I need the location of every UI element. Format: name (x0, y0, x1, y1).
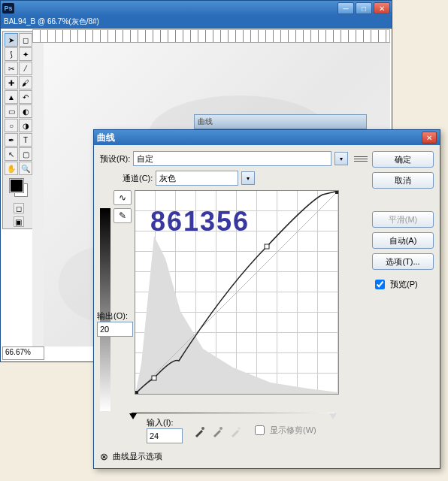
dialog-close-button[interactable]: ✕ (422, 132, 437, 144)
options-button[interactable]: 选项(T)... (372, 253, 434, 270)
wand-tool[interactable]: ✦ (19, 47, 32, 61)
show-clip-checkbox[interactable] (255, 425, 265, 435)
stamp-tool[interactable]: ▲ (5, 90, 18, 104)
dialog-title: 曲线 (97, 132, 422, 144)
svg-point-8 (201, 427, 204, 430)
document-tab-text: BAL94_B @ 66.7%(灰色/8#) (4, 17, 99, 27)
channel-label: 通道(C): (123, 173, 153, 184)
shape-tool[interactable]: ▢ (19, 147, 32, 161)
pencil-mode-button[interactable]: ✎ (114, 208, 132, 223)
dialog-titlebar[interactable]: 曲线 ✕ (94, 130, 440, 145)
preset-menu-icon[interactable] (354, 153, 368, 164)
ghost-dialog-titlebar: 曲线 (194, 114, 367, 129)
preview-label: 预览(P) (390, 279, 418, 290)
curve-grid[interactable] (135, 190, 339, 395)
expand-label: 曲线显示选项 (113, 451, 162, 462)
eraser-tool[interactable]: ▭ (5, 104, 18, 118)
preview-checkbox[interactable] (375, 280, 385, 289)
curve-line[interactable] (135, 191, 338, 394)
marquee-tool[interactable]: ◻ (19, 33, 32, 47)
path-tool[interactable]: ↖ (5, 147, 18, 161)
preset-combo[interactable]: 自定 (133, 151, 331, 166)
ok-button[interactable]: 确定 (372, 151, 434, 168)
zoom-tool[interactable]: 🔍 (19, 162, 32, 175)
move-tool[interactable]: ➤ (5, 33, 18, 47)
minimize-button[interactable]: ─ (338, 2, 354, 14)
output-label: 输出(O): (97, 310, 133, 322)
channel-value: 灰色 (159, 173, 176, 184)
hand-tool[interactable]: ✋ (5, 162, 18, 175)
svg-line-3 (135, 191, 338, 394)
curves-dialog: 曲线 ✕ 预设(R): 自定 ▾ 通道(C): 灰色 ▾ (93, 129, 440, 469)
svg-rect-6 (135, 391, 138, 394)
output-gradient-v (100, 208, 110, 411)
svg-point-10 (238, 427, 241, 430)
type-tool[interactable]: T (19, 133, 32, 147)
zoom-status[interactable]: 66.67% (2, 346, 44, 360)
svg-point-9 (219, 427, 222, 430)
quickmask-button[interactable]: ◻ (14, 203, 24, 213)
document-tab[interactable]: BAL94_B @ 66.7%(灰色/8#) (1, 16, 392, 29)
gray-point-eyedropper[interactable] (211, 424, 225, 437)
gradient-tool[interactable]: ◐ (19, 104, 32, 118)
curve-mode-button[interactable]: ∿ (114, 190, 132, 205)
dodge-tool[interactable]: ◑ (19, 119, 32, 132)
lasso-tool[interactable]: ⟆ (5, 47, 18, 61)
svg-rect-5 (265, 244, 269, 249)
color-swatches[interactable] (5, 176, 32, 200)
pen-tool[interactable]: ✒ (5, 133, 18, 147)
svg-rect-4 (152, 376, 156, 380)
app-icon: Ps (2, 3, 14, 14)
main-close-button[interactable]: ✕ (374, 2, 390, 14)
history-brush-tool[interactable]: ↶ (19, 90, 32, 104)
output-input[interactable] (97, 322, 133, 337)
blur-tool[interactable]: ○ (5, 119, 18, 132)
crop-tool[interactable]: ✂ (5, 62, 18, 75)
channel-dropdown-button[interactable]: ▾ (241, 171, 255, 185)
svg-rect-7 (335, 191, 338, 194)
preset-label: 预设(R): (100, 153, 130, 165)
black-point-eyedropper[interactable] (193, 424, 207, 437)
eyedropper-tool[interactable]: ⁄ (19, 62, 32, 75)
toolbox: ➤ ◻ ⟆ ✦ ✂ ⁄ ✚ 🖌 ▲ ↶ ▭ ◐ ○ ◑ ✒ T ↖ ▢ ✋ 🔍 … (2, 31, 34, 229)
auto-button[interactable]: 自动(A) (372, 232, 434, 249)
healing-tool[interactable]: ✚ (5, 76, 18, 89)
input-label: 输入(I): (147, 417, 183, 428)
white-point-eyedropper[interactable] (229, 424, 243, 437)
show-clip-label: 显示修剪(W) (270, 425, 316, 436)
horizontal-ruler (32, 29, 390, 43)
brush-tool[interactable]: 🖌 (19, 76, 32, 89)
screenmode-button[interactable]: ▣ (14, 216, 24, 227)
cancel-button[interactable]: 取消 (372, 172, 434, 189)
main-titlebar: Ps ─ □ ✕ (1, 1, 392, 16)
display-options-expander[interactable]: ⊗ 曲线显示选项 (100, 451, 368, 462)
maximize-button[interactable]: □ (356, 2, 372, 14)
preset-value: 自定 (137, 153, 153, 165)
smooth-button[interactable]: 平滑(M) (372, 211, 434, 228)
channel-combo[interactable]: 灰色 (156, 171, 238, 186)
ghost-title-text: 曲线 (198, 116, 213, 127)
input-slider[interactable] (132, 413, 334, 414)
input-input[interactable] (147, 428, 183, 443)
preset-dropdown-button[interactable]: ▾ (334, 152, 348, 165)
